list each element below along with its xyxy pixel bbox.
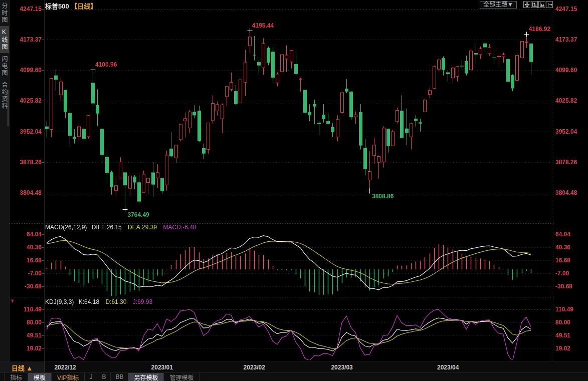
axis-label: 80.00 — [555, 319, 570, 326]
x-axis-month-label: 2022/12 — [54, 364, 76, 371]
axis-label: 49.51 — [555, 332, 570, 339]
sidebar-item-闪电图[interactable]: 闪电图 — [0, 53, 9, 79]
toolbar-tab-另存模板[interactable]: 另存模板 — [128, 373, 163, 381]
xaxis-strip: 日线 ▲ 2022/122023/012023/022023/032023/04 — [0, 361, 588, 373]
price-annotation-high: 4100.96 — [95, 61, 117, 68]
toolbar-tab-指标[interactable]: 指标 — [4, 373, 28, 381]
price-annotation-high: 4186.92 — [529, 26, 550, 33]
axis-label: 4099.60 — [555, 67, 577, 74]
toolbar-tab-VIP指标[interactable]: VIP指标 — [51, 373, 84, 381]
sidebar-scrollbar-thumb[interactable] — [8, 90, 9, 126]
axis-label: 40.36 — [555, 244, 570, 251]
axis-label: 4025.82 — [555, 97, 577, 104]
macd-diff-value: DIFF:26.15 — [92, 224, 122, 231]
axis-label: 3804.48 — [555, 189, 577, 196]
x-axis-month-label: 2023/02 — [244, 364, 265, 371]
sidebar-item-分时图[interactable]: 分时图 — [0, 0, 9, 26]
x-axis-month-label: 2023/03 — [331, 364, 352, 371]
toolbar-tab-模板[interactable]: 模板 — [28, 373, 51, 381]
kdj-label-row: KDJ(9,3,3) K:64.18 D:61.30 J:69.93 — [45, 298, 152, 305]
theme-selector-button[interactable]: 全部主题▼ — [480, 1, 517, 9]
axis-label: 3804.48 — [0, 189, 42, 196]
axis-label: 4247.15 — [555, 6, 577, 13]
x-axis-month-label: 2023/04 — [437, 364, 459, 371]
axis-label: 4099.60 — [0, 67, 42, 74]
macd-name-label: MACD(26,12,9) — [45, 224, 87, 231]
macd-label-row: MACD(26,12,9) DIFF:26.15 DEA:29.39 MACD:… — [45, 224, 197, 231]
axis-label: -30.68 — [0, 283, 42, 290]
period-tag: 【日线】 — [71, 3, 97, 10]
kdj-name-label: KDJ(9,3,3) — [45, 298, 74, 305]
price-annotation-high: 4195.44 — [252, 22, 274, 29]
axis-label: 64.04 — [0, 231, 42, 238]
axis-label: 4173.37 — [0, 36, 42, 43]
chart-canvas[interactable] — [0, 0, 588, 361]
axis-label: 4173.37 — [555, 36, 577, 43]
axis-label: 16.68 — [0, 257, 42, 264]
price-annotation-low: 3764.49 — [127, 211, 149, 218]
macd-hist-value: MACD:-6.48 — [163, 224, 196, 231]
axis-label: 19.02 — [0, 345, 42, 352]
price-annotation-low: 3808.86 — [372, 193, 394, 200]
kdj-settings-icon[interactable]: ☀ — [10, 298, 15, 304]
chart-header: 标普500 【日线】 — [45, 1, 97, 11]
axis-label: 3878.26 — [0, 159, 42, 166]
axis-label: -7.00 — [0, 270, 42, 277]
x-axis-month-label: 2023/01 — [151, 364, 173, 371]
axis-label: 40.36 — [0, 244, 42, 251]
fit-horizontal-axis-icon[interactable] — [538, 1, 545, 8]
chart-tool-icons — [523, 1, 553, 8]
axis-label: 64.04 — [555, 231, 570, 238]
axis-label: 80.00 — [0, 319, 42, 326]
axis-label: -7.00 — [555, 270, 569, 277]
kdj-j-value: J:69.93 — [133, 298, 152, 305]
kdj-d-value: D:61.30 — [105, 298, 126, 305]
axis-label: 3952.04 — [0, 128, 42, 135]
shift-right-icon[interactable] — [546, 1, 553, 8]
axis-label: 19.02 — [555, 345, 570, 352]
symbol-title: 标普500 — [45, 3, 69, 10]
fit-vertical-axis-icon[interactable] — [531, 1, 538, 8]
axis-label: 49.51 — [0, 332, 42, 339]
period-selector-button[interactable]: 日线 ▲ — [0, 362, 45, 373]
axis-label: -30.68 — [555, 283, 572, 290]
kdj-k-value: K:64.18 — [79, 298, 99, 305]
app-window: 分时图K线图闪电图合约资料 标普500 【日线】 全部主题▼ MACD(26,1… — [0, 0, 588, 381]
toolbar-tab-BB[interactable]: BB — [110, 373, 128, 381]
axis-label: 4247.15 — [0, 6, 42, 13]
toolbar-tab-J[interactable]: J — [84, 373, 97, 381]
pan-icon[interactable] — [523, 1, 530, 8]
axis-label: 3878.26 — [555, 159, 577, 166]
axis-label: 110.49 — [555, 306, 573, 313]
macd-dea-value: DEA:29.39 — [128, 224, 157, 231]
axis-label: 3952.04 — [555, 128, 577, 135]
axis-label: 16.68 — [555, 257, 570, 264]
bottom-toolbar: 指标模板VIP指标JBBB另存模板管理模板 — [0, 372, 588, 381]
axis-label: 110.49 — [0, 306, 42, 313]
toolbar-tab-管理模板[interactable]: 管理模板 — [163, 373, 200, 381]
axis-label: 4025.82 — [0, 97, 42, 104]
toolbar-tab-B[interactable]: B — [97, 373, 110, 381]
